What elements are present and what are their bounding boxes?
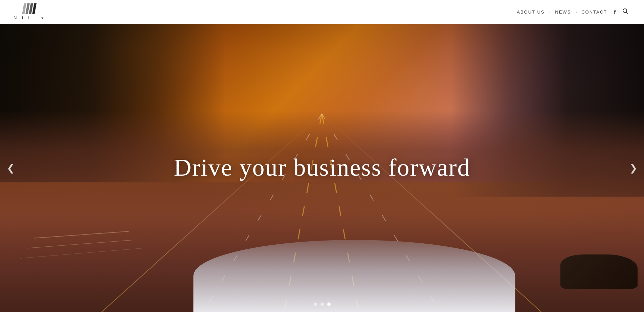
chevron-right-icon: ❯ (629, 163, 637, 173)
facebook-icon[interactable]: f (612, 8, 618, 16)
logo-text: N i i l s (14, 15, 45, 20)
slider-next-button[interactable]: ❯ (623, 156, 644, 180)
logo[interactable]: N i i l s (14, 3, 45, 20)
main-nav: ABOUT US • NEWS • CONTACT f (515, 7, 630, 17)
svg-line-1 (626, 12, 628, 14)
slider-dots (314, 303, 331, 306)
slider-prev-button[interactable]: ❮ (0, 156, 21, 180)
header: N i i l s ABOUT US • NEWS • CONTACT f (0, 0, 644, 24)
slider-dot-2[interactable] (320, 303, 324, 306)
svg-line-10 (20, 248, 142, 258)
nav-about[interactable]: ABOUT US (515, 8, 547, 16)
chevron-left-icon: ❮ (7, 163, 15, 173)
slider-dot-3[interactable] (327, 303, 331, 306)
nav-news[interactable]: NEWS (553, 8, 573, 16)
car-right (560, 254, 638, 289)
svg-line-8 (34, 231, 129, 238)
hero-title: Drive your business forward (32, 154, 612, 181)
stripe-4 (32, 3, 37, 14)
svg-line-9 (27, 240, 135, 248)
nav-contact[interactable]: CONTACT (579, 8, 609, 16)
nav-dot-2: • (576, 10, 577, 14)
search-icon[interactable] (620, 7, 630, 17)
nav-dot-1: • (550, 10, 551, 14)
slider-dot-1[interactable] (314, 303, 317, 306)
car-hood (193, 240, 515, 312)
hero-slider: Drive your business forward ❮ ❯ (0, 24, 644, 312)
logo-stripes (23, 3, 36, 14)
hero-text: Drive your business forward (32, 154, 612, 181)
svg-point-0 (623, 9, 627, 13)
